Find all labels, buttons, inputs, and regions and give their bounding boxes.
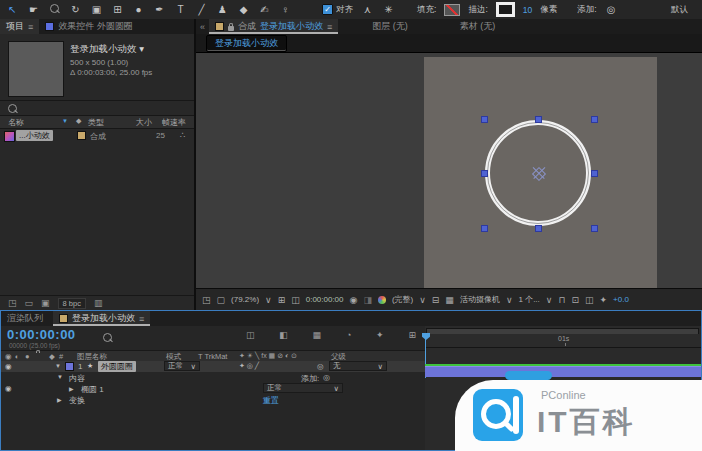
fast-preview-icon[interactable]: ◫	[585, 295, 594, 305]
resolution-dropdown-icon[interactable]: ∨	[419, 295, 426, 305]
comp-thumbnail[interactable]	[8, 41, 64, 97]
collapsed-arrow-icon[interactable]: ▶	[69, 385, 74, 392]
transform-group-label[interactable]: 变换	[69, 395, 85, 406]
zoom-dropdown-icon[interactable]: ∨	[265, 295, 272, 305]
transparency-grid-icon[interactable]: ◫	[291, 295, 300, 305]
sort-down-icon[interactable]: ▼	[62, 118, 68, 124]
region-of-interest-icon[interactable]: ⊟	[432, 295, 440, 305]
graph-editor-icon[interactable]: ⊞	[408, 330, 416, 340]
new-composition-icon[interactable]: ▣	[41, 298, 50, 308]
selection-handle-mid-right[interactable]	[591, 170, 598, 177]
exposure-value[interactable]: +0.0	[613, 295, 629, 304]
fill-label[interactable]: 填充:	[417, 4, 436, 16]
add-property-icon[interactable]: ◎	[323, 373, 330, 382]
timeline-search-icon[interactable]	[103, 333, 112, 342]
fill-swatch-none[interactable]	[444, 4, 460, 16]
stroke-width-value[interactable]: 10	[523, 5, 532, 15]
ellipse-group-row[interactable]: ◉ ▶ 椭圆 1 正常 ∨	[1, 383, 425, 394]
panel-menu-icon[interactable]: ≡	[327, 22, 332, 32]
selection-handle-bottom-left[interactable]	[481, 225, 488, 232]
rotate-tool-icon[interactable]: ↻	[69, 0, 82, 19]
puppet-pin-tool-icon[interactable]: ♀	[279, 0, 292, 19]
tab-layer[interactable]: 图层 (无)	[366, 19, 414, 34]
selection-tool-icon[interactable]: ↖	[6, 0, 19, 19]
comp-mini-flowchart-icon[interactable]: ◫	[246, 330, 255, 340]
layer-name-field[interactable]: 外圆圆圈	[98, 361, 136, 372]
layer-label-chip[interactable]	[65, 362, 74, 371]
selection-handle-mid-left[interactable]	[481, 170, 488, 177]
stroke-label[interactable]: 描边:	[468, 4, 487, 16]
pan-behind-tool-icon[interactable]: ⊞	[111, 0, 124, 19]
tab-project[interactable]: 项目 ≡	[0, 19, 39, 34]
index-column-icon[interactable]: #	[59, 352, 63, 361]
column-fps[interactable]: 帧速率	[162, 117, 186, 128]
interpret-footage-icon[interactable]: ◳	[8, 298, 17, 308]
workspace-selector[interactable]: 默认	[671, 4, 688, 16]
hide-shy-layers-icon[interactable]: ▦	[313, 330, 322, 340]
selection-handle-bottom-center[interactable]	[535, 225, 542, 232]
expand-arrow-icon[interactable]: ▼	[57, 374, 63, 380]
clone-stamp-tool-icon[interactable]: ♟	[216, 0, 229, 19]
viewer-timecode[interactable]: 0:00:00:00	[306, 295, 344, 304]
panel-menu-icon[interactable]: ≡	[139, 314, 144, 324]
project-search-row[interactable]	[0, 100, 194, 116]
project-bit-depth[interactable]: 8 bpc	[58, 298, 86, 309]
mini-flowchart-icon[interactable]: ✦	[600, 295, 608, 305]
contents-group-row[interactable]: ▼ 内容 添加: ◎	[1, 372, 425, 383]
screen-icon[interactable]: ▢	[217, 295, 226, 305]
label-column-icon[interactable]: ◆	[49, 352, 55, 361]
shape-tool-icon[interactable]: ●	[132, 0, 145, 19]
column-type[interactable]: 类型	[88, 117, 104, 128]
layer-duration-bar[interactable]	[425, 366, 701, 377]
resolution-selector[interactable]: (完整)	[392, 294, 413, 305]
guides-icon[interactable]: ▦	[445, 295, 454, 305]
show-channels-icon[interactable]	[378, 296, 386, 304]
hand-tool-icon[interactable]: ☛	[27, 0, 40, 19]
tab-render-queue[interactable]: 渲染队列	[1, 311, 49, 326]
comp-breadcrumb-button[interactable]: 登录加载小动效	[206, 35, 287, 52]
selection-handle-top-right[interactable]	[591, 116, 598, 123]
project-item-name[interactable]: ...小动效	[16, 130, 53, 141]
frame-blending-icon[interactable]: ◔	[346, 330, 351, 340]
transform-reset-link[interactable]: 重置	[263, 395, 279, 406]
chevron-left-icon[interactable]: «	[196, 19, 209, 34]
brush-tool-icon[interactable]: ╱	[195, 0, 208, 19]
show-snapshot-icon[interactable]: ◨	[363, 295, 372, 305]
tab-effect-controls[interactable]: 效果控件 外圆圆圈	[39, 19, 139, 34]
stroke-swatch[interactable]	[496, 2, 515, 17]
pen-tool-icon[interactable]: ✒	[153, 0, 166, 19]
type-tool-icon[interactable]: T	[174, 0, 187, 19]
new-folder-icon[interactable]: ▭	[25, 298, 34, 308]
eye-icon[interactable]: ◉	[5, 384, 12, 393]
selection-handle-top-left[interactable]	[481, 116, 488, 123]
add-shape-icon[interactable]: ◎	[605, 0, 618, 19]
snap-option-b-icon[interactable]: ✳	[382, 0, 395, 19]
video-column-icon[interactable]: ◉	[5, 352, 12, 361]
draft-3d-icon[interactable]: ◧	[279, 330, 288, 340]
blend-mode-dropdown[interactable]: 正常 ∨	[164, 361, 200, 371]
zoom-tool-icon[interactable]	[48, 0, 61, 19]
column-trkmat[interactable]: T TrkMat	[198, 352, 227, 361]
expand-arrow-icon[interactable]: ▼	[55, 363, 61, 369]
anchor-point[interactable]	[532, 167, 546, 181]
layer-switches[interactable]: ✦ ◎ ╱	[239, 362, 259, 370]
snap-option-a-icon[interactable]: ⋏	[361, 0, 374, 19]
selection-handle-bottom-right[interactable]	[591, 225, 598, 232]
item-label-chip[interactable]	[77, 131, 86, 140]
panel-menu-icon[interactable]: ≡	[28, 22, 33, 32]
view-count-selector[interactable]: 1 个...	[518, 294, 539, 305]
parent-pickwhip-icon[interactable]: ◎	[317, 362, 324, 371]
tab-composition[interactable]: 合成 登录加载小动效 ≡	[209, 19, 338, 34]
parent-dropdown[interactable]: 无 ∨	[329, 361, 387, 371]
snap-toggle[interactable]: ✓ 对齐	[322, 4, 353, 16]
tab-timeline-comp[interactable]: 登录加载小动效 ≡	[53, 311, 150, 326]
layer-row[interactable]: ◉ ▼ 1 ★ 外圆圆圈 正常 ∨ ✦ ◎ ╱ ◎ 无 ∨	[1, 361, 425, 372]
camera-dropdown-icon[interactable]: ∨	[506, 295, 513, 305]
tab-footage[interactable]: 素材 (无)	[454, 19, 502, 34]
label-column-icon[interactable]: ◆	[76, 117, 81, 125]
eye-icon[interactable]: ◉	[5, 362, 12, 371]
comp-viewer[interactable]	[196, 53, 702, 288]
audio-column-icon[interactable]: ◐	[15, 352, 20, 361]
grid-options-icon[interactable]: ⊞	[278, 295, 286, 305]
column-name[interactable]: 名称	[8, 117, 24, 128]
